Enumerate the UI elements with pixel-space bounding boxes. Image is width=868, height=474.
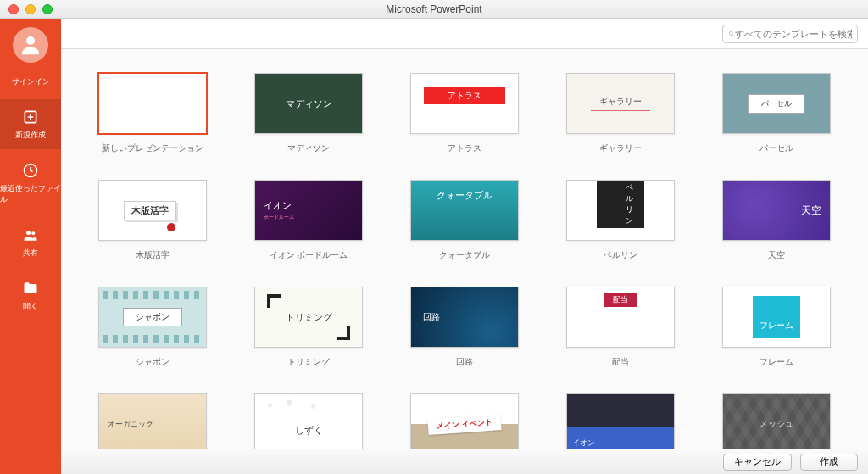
template-caption: 回路 <box>456 356 473 368</box>
template-caption: クォータブル <box>439 249 490 261</box>
template-caption: シャボン <box>136 356 170 368</box>
template-dividend[interactable]: 配当 配当 <box>554 287 687 368</box>
template-caption: 木版活字 <box>136 249 170 261</box>
template-caption: アトラス <box>448 142 481 154</box>
template-blank[interactable]: 新しいプレゼンテーション <box>86 73 219 154</box>
header <box>61 19 868 49</box>
new-icon <box>21 108 40 126</box>
clock-icon <box>21 161 40 180</box>
template-thumb: フレーム <box>722 287 831 348</box>
template-thumb <box>98 73 207 134</box>
search-input[interactable] <box>735 29 852 39</box>
template-caption: ベルリン <box>604 249 637 261</box>
nav-label: 新規作成 <box>15 130 46 141</box>
template-quotable[interactable]: クォータブル クォータブル <box>398 180 531 261</box>
template-thumb: オーガニック <box>98 393 207 449</box>
template-ion[interactable]: イオン イオン <box>554 393 687 449</box>
template-thumb: 木版活字 <box>98 180 207 241</box>
template-thumb: ギャラリー <box>566 73 675 134</box>
template-frame[interactable]: フレーム フレーム <box>710 287 843 368</box>
template-parcel[interactable]: パーセル パーセル <box>710 73 843 154</box>
svg-point-5 <box>729 31 732 35</box>
template-thumb: 天空 <box>722 180 831 241</box>
titlebar: Microsoft PowerPoint <box>0 0 868 19</box>
close-window-button[interactable] <box>8 4 19 14</box>
template-celestial[interactable]: 天空 天空 <box>710 180 843 261</box>
sidebar-item-recent[interactable]: 最近使ったファイル <box>0 153 61 214</box>
footer: キャンセル 作成 <box>61 449 868 474</box>
template-crop[interactable]: トリミング トリミング <box>242 287 375 368</box>
template-main-event[interactable]: メイン イベント メイン イベント <box>398 393 531 449</box>
template-madison[interactable]: マディソン マディソン <box>242 73 375 154</box>
people-icon <box>21 226 40 244</box>
template-thumb: イオン <box>566 393 675 449</box>
window-controls <box>0 4 53 14</box>
template-thumb: パーセル <box>722 73 831 134</box>
template-gallery[interactable]: ギャラリー ギャラリー <box>554 73 687 154</box>
template-thumb: イオンボードルーム <box>254 180 363 241</box>
template-thumb: マディソン <box>254 73 363 134</box>
search-icon <box>728 29 735 39</box>
template-caption: マディソン <box>287 142 330 154</box>
nav-label: 共有 <box>23 248 38 259</box>
cancel-button[interactable]: キャンセル <box>723 454 792 471</box>
create-button[interactable]: 作成 <box>800 454 858 471</box>
template-caption: 天空 <box>768 249 785 261</box>
template-thumb: シャボン <box>98 287 207 348</box>
template-thumb: ベルリン <box>566 180 675 241</box>
template-thumb: 配当 <box>566 287 675 348</box>
window-title: Microsoft PowerPoint <box>0 3 868 15</box>
template-organic[interactable]: オーガニック オーガニック <box>86 393 219 449</box>
nav-label: 開く <box>23 301 38 312</box>
zoom-window-button[interactable] <box>42 4 53 14</box>
signin-label: サインイン <box>12 76 50 87</box>
avatar[interactable] <box>13 27 48 63</box>
template-ion-boardroom[interactable]: イオンボードルーム イオン ボードルーム <box>242 180 375 261</box>
template-caption: 新しいプレゼンテーション <box>102 142 203 154</box>
template-thumb: メイン イベント <box>410 393 519 449</box>
template-caption: ギャラリー <box>599 142 642 154</box>
svg-point-0 <box>26 36 35 45</box>
template-thumb: しずく <box>254 393 363 449</box>
sidebar: サインイン 新規作成 最近使ったファイル 共有 開く <box>0 19 61 474</box>
folder-icon <box>21 279 40 298</box>
template-berlin[interactable]: ベルリン ベルリン <box>554 180 687 261</box>
template-gallery: 新しいプレゼンテーション マディソン マディソン アトラス アトラス ギャラリー… <box>61 49 868 449</box>
template-droplet[interactable]: しずく しずく <box>242 393 375 449</box>
template-thumb: 回路 <box>410 287 519 348</box>
nav-label: 最近使ったファイル <box>0 183 61 205</box>
template-atlas[interactable]: アトラス アトラス <box>398 73 531 154</box>
svg-point-4 <box>31 231 35 235</box>
template-mesh[interactable]: メッシュ メッシュ <box>710 393 843 449</box>
template-circuit[interactable]: 回路 回路 <box>398 287 531 368</box>
search-field[interactable] <box>722 25 858 43</box>
sidebar-item-signin[interactable]: サインイン <box>0 68 61 96</box>
user-icon <box>18 32 43 58</box>
template-thumb: メッシュ <box>722 393 831 449</box>
template-woodtype[interactable]: 木版活字 木版活字 <box>86 180 219 261</box>
sidebar-item-new[interactable]: 新規作成 <box>0 99 61 149</box>
template-caption: イオン ボードルーム <box>270 249 348 261</box>
sidebar-item-open[interactable]: 開く <box>0 270 61 321</box>
template-thumb: トリミング <box>254 287 363 348</box>
minimize-window-button[interactable] <box>25 4 36 14</box>
sidebar-item-shared[interactable]: 共有 <box>0 217 61 267</box>
template-thumb: クォータブル <box>410 180 519 241</box>
svg-point-3 <box>26 231 31 235</box>
template-savon[interactable]: シャボン シャボン <box>86 287 219 368</box>
template-caption: パーセル <box>760 142 793 154</box>
template-caption: フレーム <box>760 356 793 368</box>
template-caption: トリミング <box>287 356 330 368</box>
template-caption: 配当 <box>612 356 629 368</box>
template-thumb: アトラス <box>410 73 519 134</box>
